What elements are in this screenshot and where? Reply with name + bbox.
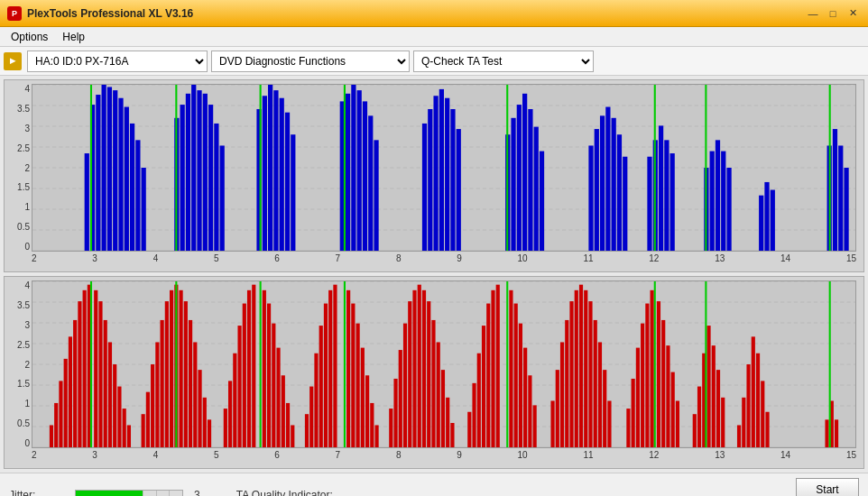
svg-rect-50 bbox=[439, 89, 444, 251]
svg-rect-185 bbox=[514, 304, 518, 447]
svg-rect-53 bbox=[457, 129, 461, 251]
svg-rect-161 bbox=[374, 425, 378, 447]
svg-rect-25 bbox=[197, 90, 201, 251]
svg-rect-65 bbox=[605, 107, 610, 251]
svg-rect-149 bbox=[314, 354, 318, 447]
svg-rect-184 bbox=[509, 290, 512, 447]
svg-rect-118 bbox=[151, 364, 154, 447]
svg-rect-211 bbox=[661, 320, 665, 447]
svg-rect-86 bbox=[838, 145, 843, 251]
svg-rect-67 bbox=[617, 134, 622, 251]
svg-rect-27 bbox=[208, 105, 213, 251]
svg-rect-105 bbox=[83, 290, 87, 447]
svg-rect-227 bbox=[756, 354, 760, 447]
svg-rect-79 bbox=[726, 168, 731, 251]
svg-rect-59 bbox=[534, 127, 539, 251]
svg-rect-60 bbox=[540, 152, 544, 251]
svg-rect-115 bbox=[127, 425, 131, 447]
jitter-seg7 bbox=[156, 491, 170, 497]
close-button[interactable]: ✕ bbox=[845, 5, 861, 22]
bottom-panel: Jitter: 3 Peak Shift: bbox=[0, 473, 868, 496]
menu-options[interactable]: Options bbox=[4, 29, 55, 45]
jitter-seg6 bbox=[143, 491, 156, 497]
svg-rect-188 bbox=[528, 375, 531, 447]
svg-rect-197 bbox=[584, 290, 587, 447]
svg-rect-58 bbox=[528, 109, 532, 251]
svg-rect-18 bbox=[135, 140, 140, 251]
start-button[interactable]: Start bbox=[796, 478, 859, 497]
svg-rect-69 bbox=[647, 157, 651, 251]
svg-rect-85 bbox=[833, 129, 837, 251]
svg-rect-14 bbox=[113, 90, 117, 251]
svg-rect-223 bbox=[737, 425, 741, 447]
svg-rect-108 bbox=[94, 290, 97, 447]
svg-rect-77 bbox=[716, 140, 720, 251]
svg-rect-160 bbox=[370, 403, 374, 447]
drive-icon: ▶ bbox=[4, 52, 22, 70]
svg-rect-129 bbox=[198, 370, 201, 447]
function-select[interactable]: DVD Diagnostic Functions bbox=[211, 51, 410, 72]
svg-rect-56 bbox=[517, 105, 522, 251]
svg-rect-171 bbox=[431, 320, 435, 447]
svg-rect-194 bbox=[569, 301, 573, 447]
svg-rect-11 bbox=[96, 95, 100, 251]
svg-rect-81 bbox=[759, 196, 763, 251]
svg-rect-131 bbox=[208, 419, 211, 447]
svg-rect-17 bbox=[130, 124, 134, 251]
jitter-seg3 bbox=[103, 491, 116, 497]
svg-rect-212 bbox=[666, 345, 669, 447]
svg-rect-206 bbox=[641, 324, 644, 447]
metrics-section: Jitter: 3 Peak Shift: bbox=[9, 489, 200, 497]
app-title: PlexTools Professional XL V3.16 bbox=[27, 7, 805, 20]
svg-rect-44 bbox=[368, 115, 373, 251]
svg-rect-121 bbox=[165, 301, 169, 447]
svg-rect-178 bbox=[477, 354, 481, 447]
jitter-progress bbox=[75, 490, 183, 497]
minimize-button[interactable]: — bbox=[805, 5, 821, 22]
svg-rect-179 bbox=[482, 326, 485, 447]
svg-rect-205 bbox=[636, 348, 640, 447]
svg-rect-120 bbox=[161, 320, 164, 447]
svg-rect-200 bbox=[598, 342, 602, 447]
svg-rect-64 bbox=[600, 115, 605, 251]
svg-rect-162 bbox=[389, 409, 392, 447]
maximize-button[interactable]: □ bbox=[825, 5, 841, 22]
svg-rect-229 bbox=[765, 412, 769, 447]
svg-rect-57 bbox=[522, 94, 527, 251]
drive-select[interactable]: HA:0 ID:0 PX-716A bbox=[27, 51, 208, 72]
test-select[interactable]: Q-Check TA Test bbox=[413, 51, 594, 72]
svg-rect-147 bbox=[305, 414, 309, 447]
main-content: 4 3.5 3 2.5 2 1.5 1 0.5 0 bbox=[0, 76, 868, 473]
svg-rect-137 bbox=[247, 290, 251, 447]
svg-rect-29 bbox=[220, 145, 225, 251]
svg-rect-49 bbox=[433, 96, 438, 251]
svg-rect-125 bbox=[179, 290, 182, 447]
svg-rect-193 bbox=[565, 320, 568, 447]
svg-rect-28 bbox=[214, 124, 218, 251]
svg-rect-42 bbox=[357, 90, 362, 251]
menu-help[interactable]: Help bbox=[55, 29, 92, 45]
svg-rect-19 bbox=[142, 168, 146, 251]
svg-rect-221 bbox=[716, 370, 720, 447]
svg-rect-117 bbox=[146, 392, 150, 447]
svg-rect-45 bbox=[374, 140, 378, 251]
svg-rect-222 bbox=[721, 398, 725, 447]
svg-rect-140 bbox=[263, 290, 266, 447]
svg-rect-51 bbox=[445, 98, 449, 251]
svg-rect-155 bbox=[346, 290, 350, 447]
svg-rect-22 bbox=[180, 105, 185, 251]
svg-rect-207 bbox=[645, 304, 649, 447]
svg-rect-113 bbox=[117, 387, 121, 447]
svg-rect-133 bbox=[228, 381, 232, 447]
bottom-chart-x-axis: 2 3 4 5 6 7 8 9 10 11 12 13 14 15 bbox=[32, 450, 856, 466]
svg-rect-138 bbox=[252, 285, 255, 447]
svg-rect-83 bbox=[771, 190, 775, 251]
svg-rect-127 bbox=[189, 320, 192, 447]
jitter-label: Jitter: bbox=[9, 489, 68, 497]
svg-rect-132 bbox=[224, 409, 227, 447]
toolbar: ▶ HA:0 ID:0 PX-716A DVD Diagnostic Funct… bbox=[0, 47, 868, 76]
ta-quality-section: TA Quality Indicator: Good bbox=[236, 489, 333, 497]
svg-rect-122 bbox=[170, 290, 173, 447]
svg-rect-165 bbox=[403, 324, 407, 447]
svg-rect-164 bbox=[399, 350, 402, 447]
